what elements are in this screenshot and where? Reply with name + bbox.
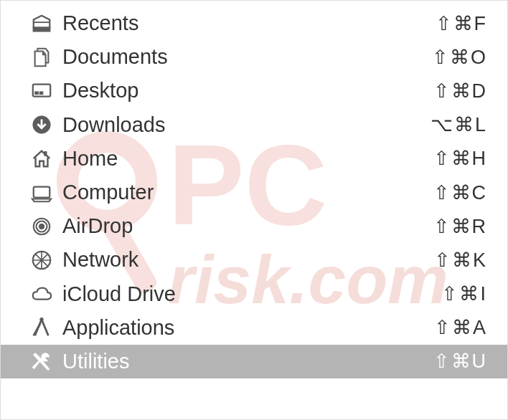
menu-item-shortcut: ⇧⌘C [433, 181, 488, 204]
computer-icon [29, 181, 54, 205]
icloud-icon [29, 282, 54, 306]
menu-item-shortcut: ⇧⌘D [433, 80, 488, 102]
menu-item-label: Utilities [62, 350, 433, 373]
network-icon [29, 248, 54, 272]
menu-item-label: Recents [62, 11, 436, 35]
menu-item-applications[interactable]: Applications ⇧⌘A [1, 311, 507, 345]
menu-item-shortcut: ⌥⌘L [431, 113, 487, 136]
home-icon [29, 146, 54, 171]
downloads-icon [29, 113, 54, 137]
menu-item-downloads[interactable]: Downloads ⌥⌘L [1, 108, 507, 142]
menu-item-network[interactable]: Network ⇧⌘K [1, 243, 507, 277]
menu-item-label: Computer [62, 181, 433, 204]
menu-item-documents[interactable]: Documents ⇧⌘O [1, 40, 507, 74]
menu-item-shortcut: ⇧⌘O [432, 46, 487, 69]
menu-item-shortcut: ⇧⌘R [433, 215, 488, 238]
menu-item-label: iCloud Drive [62, 282, 441, 306]
menu-item-utilities[interactable]: Utilities ⇧⌘U [1, 345, 507, 378]
menu-item-label: Home [62, 147, 433, 171]
menu-item-shortcut: ⇧⌘K [434, 249, 487, 272]
svg-rect-8 [44, 152, 47, 156]
svg-point-10 [39, 224, 44, 229]
menu-item-shortcut: ⇧⌘I [441, 282, 487, 305]
menu-item-label: AirDrop [62, 214, 433, 238]
svg-rect-5 [35, 92, 39, 95]
menu-item-desktop[interactable]: Desktop ⇧⌘D [1, 74, 507, 108]
menu-item-label: Applications [62, 316, 434, 340]
menu-item-recents[interactable]: Recents ⇧⌘F [1, 6, 507, 40]
menu-item-label: Desktop [62, 79, 433, 102]
menu-item-label: Network [62, 248, 434, 272]
documents-icon [29, 45, 54, 70]
recents-icon [29, 11, 54, 36]
desktop-icon [29, 79, 54, 103]
menu-item-shortcut: ⇧⌘A [434, 316, 487, 339]
utilities-icon [29, 349, 54, 373]
menu-item-home[interactable]: Home ⇧⌘H [1, 142, 507, 176]
menu-item-label: Documents [62, 45, 432, 69]
svg-rect-9 [34, 186, 50, 197]
menu-item-computer[interactable]: Computer ⇧⌘C [1, 176, 507, 209]
svg-rect-6 [39, 92, 43, 95]
menu-item-shortcut: ⇧⌘F [436, 12, 488, 35]
menu-item-icloud-drive[interactable]: iCloud Drive ⇧⌘I [1, 277, 507, 311]
svg-point-14 [40, 318, 44, 322]
menu-item-shortcut: ⇧⌘U [433, 350, 488, 373]
airdrop-icon [29, 214, 54, 239]
menu-item-shortcut: ⇧⌘H [433, 147, 488, 170]
menu-item-label: Downloads [62, 113, 431, 137]
applications-icon [29, 315, 54, 340]
go-menu-list: Recents ⇧⌘F Documents ⇧⌘O Desktop ⇧⌘D Do… [1, 1, 507, 378]
menu-item-airdrop[interactable]: AirDrop ⇧⌘R [1, 209, 507, 243]
